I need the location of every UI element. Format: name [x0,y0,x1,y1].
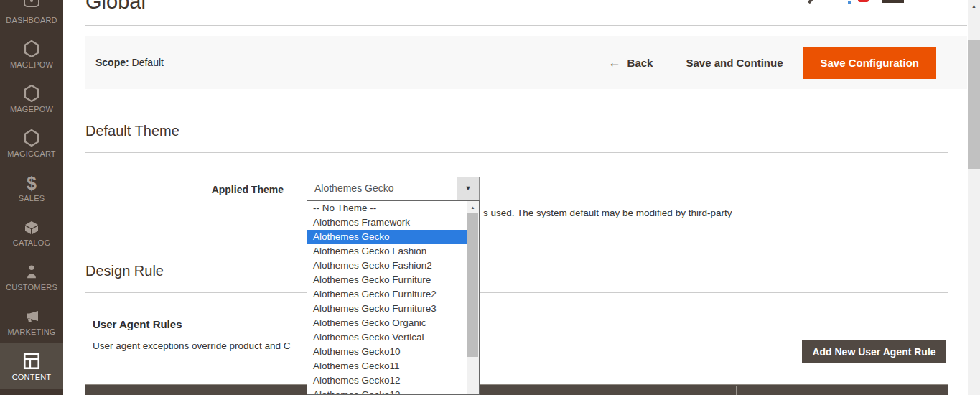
dashboard-icon [22,0,41,9]
dropdown-option-selected[interactable]: Alothemes Gecko [307,230,467,244]
sidebar-item-label: CATALOG [13,238,50,247]
dropdown-option[interactable]: Alothemes Gecko Furniture2 [307,287,467,302]
dropdown-options: -- No Theme -- Alothemes Framework Aloth… [307,201,467,395]
scroll-up-icon[interactable]: ▲ [467,201,479,213]
save-and-continue-button[interactable]: Save and Continue [686,57,783,69]
sidebar-item-label: MAGEPOW [10,60,53,69]
design-rule-heading: Design Rule [85,263,164,279]
title-divider [85,25,967,26]
sidebar-item-magepow-2[interactable]: MAGEPOW [0,73,63,117]
sidebar-item-dashboard[interactable]: DASHBOARD [0,0,63,28]
dropdown-option[interactable]: Alothemes Gecko11 [307,359,467,373]
dropdown-option[interactable]: Alothemes Gecko13 [307,388,467,395]
scope-label: Scope: [95,57,129,68]
person-icon [24,261,39,281]
sidebar-item-magepow-1[interactable]: MAGEPOW [0,28,63,73]
dropdown-option[interactable]: Alothemes Gecko Organic [307,316,467,330]
sidebar-item-label: MAGICCART [7,149,56,158]
search-icon[interactable] [808,0,813,4]
sidebar-item-label: DASHBOARD [6,16,57,24]
notifications-badge [858,0,869,2]
sidebar-item-customers[interactable]: CUSTOMERS [0,251,63,295]
dropdown-option[interactable]: Alothemes Gecko10 [307,345,467,359]
notifications-icon[interactable] [848,1,851,4]
applied-theme-select[interactable]: Alothemes Gecko ▼ [307,177,480,200]
back-label: Back [627,57,653,69]
hexagon-icon [23,38,40,58]
sidebar-item-label: MARKETING [7,327,55,336]
default-theme-heading: Default Theme [85,123,179,139]
user-agent-rules-table-header [85,384,948,395]
theme-note-text: s used. The system default may be modifi… [483,208,732,218]
sidebar-item-marketing[interactable]: MARKETING [0,295,63,340]
user-agent-rules-heading: User Agent Rules [93,318,182,330]
select-dropdown-button[interactable]: ▼ [457,177,479,200]
menu-icon[interactable] [882,0,904,3]
dropdown-option[interactable]: Alothemes Gecko Furniture3 [307,302,467,316]
back-button[interactable]: ← Back [608,56,653,69]
scroll-up-icon[interactable]: ▲ [968,0,980,12]
section-divider [85,292,948,293]
sidebar: DASHBOARD MAGEPOW MAGEPOW MAGICCART $ SA… [0,0,63,395]
megaphone-icon [22,305,41,325]
dropdown-option[interactable]: Alothemes Gecko Vertical [307,330,467,345]
scope-text: Scope: Default [95,57,164,68]
hexagon-icon [23,83,40,103]
box-icon [22,216,41,236]
save-configuration-button[interactable]: Save Configuration [803,47,936,79]
dropdown-option[interactable]: Alothemes Gecko12 [307,373,467,388]
chevron-down-icon: ▼ [465,185,472,192]
dropdown-scrollbar[interactable]: ▲ [467,201,479,394]
scope-value: Default [132,57,164,68]
table-column-divider [736,386,737,395]
page-title: Global [85,0,146,14]
sidebar-item-content[interactable]: CONTENT [0,343,63,389]
sidebar-item-label: CONTENT [12,373,52,381]
section-divider [85,152,948,153]
layout-icon [22,350,41,371]
dropdown-option[interactable]: Alothemes Gecko Fashion2 [307,259,467,273]
sidebar-item-label: SALES [19,194,45,203]
sidebar-item-label: MAGEPOW [10,105,53,113]
dropdown-option[interactable]: Alothemes Framework [307,215,467,230]
sidebar-item-catalog[interactable]: CATALOG [0,206,63,251]
back-arrow-icon: ← [608,56,621,69]
dollar-icon: $ [27,172,37,192]
sidebar-item-sales[interactable]: $ SALES [0,162,63,206]
page-scrollbar-thumb[interactable] [968,40,980,169]
dropdown-option[interactable]: -- No Theme -- [307,201,467,215]
scope-bar: Scope: Default ← Back Save and Continue … [85,36,967,89]
dropdown-scrollbar-thumb[interactable] [467,213,478,357]
save-and-continue-label: Save and Continue [686,57,783,69]
user-agent-rules-note: User agent exceptions override product a… [93,340,290,351]
dropdown-option[interactable]: Alothemes Gecko Furniture [307,273,467,287]
sidebar-item-magiccart[interactable]: MAGICCART [0,117,63,162]
hexagon-icon [23,127,40,147]
dropdown-option[interactable]: Alothemes Gecko Fashion [307,244,467,259]
applied-theme-dropdown: -- No Theme -- Alothemes Framework Aloth… [307,200,480,395]
add-user-agent-rule-button[interactable]: Add New User Agent Rule [802,340,946,363]
applied-theme-select-value: Alothemes Gecko [314,177,394,200]
page-scrollbar[interactable]: ▲ [968,0,980,395]
applied-theme-label: Applied Theme [85,184,284,195]
sidebar-item-label: CUSTOMERS [6,283,57,292]
